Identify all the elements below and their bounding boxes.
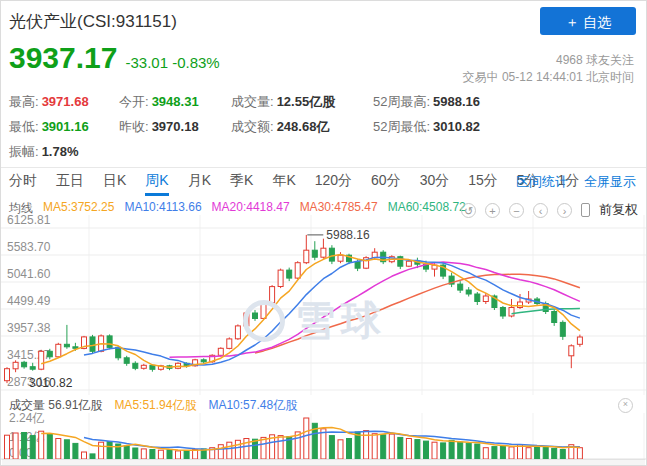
- stat-amplitude: 振幅:1.78%: [9, 143, 119, 161]
- session-time: 交易中 05-12 14:44:01 北京时间: [463, 69, 634, 86]
- stat-week52-low: 52周最低:3010.82: [373, 118, 480, 136]
- current-price: 3937.17: [9, 41, 117, 74]
- close-volume-icon[interactable]: ×: [618, 398, 633, 413]
- stat-high: 最高:3971.68: [9, 93, 119, 111]
- stat-low: 最低:3901.16: [9, 118, 119, 136]
- volume-legend: 成交量 56.91亿股 MA5:51.94亿股 MA10:57.48亿股: [9, 397, 297, 414]
- volume-ma5: MA5:51.94亿股: [114, 397, 196, 414]
- svg-text:5583.70: 5583.70: [7, 240, 51, 254]
- svg-text:3010.82: 3010.82: [29, 376, 73, 390]
- stat-week52-high: 52周最高:5988.16: [373, 93, 480, 111]
- candlestick-chart[interactable]: 6125.815583.705041.604499.493957.383415.…: [1, 215, 647, 395]
- followers-count: 4968 球友关注: [463, 52, 634, 69]
- tab-60min[interactable]: 60分: [371, 168, 401, 196]
- svg-text:5041.60: 5041.60: [7, 267, 51, 281]
- tab-daily-k[interactable]: 日K: [103, 168, 126, 196]
- footer-strip: [2, 459, 645, 466]
- add-watchlist-button[interactable]: ＋ 自选: [540, 7, 636, 35]
- tab-five-day[interactable]: 五日: [56, 168, 84, 196]
- period-tabbar: 分时五日日K周K月K季K年K120分60分30分15分5分1分 区间统计全屏显示: [1, 167, 647, 196]
- stat-prev-close: 昨收:3970.18: [119, 118, 231, 136]
- tab-120min[interactable]: 120分: [315, 168, 352, 196]
- stat-turnover: 成交额:248.68亿: [231, 118, 373, 136]
- tab-quarterly-k[interactable]: 季K: [230, 168, 253, 196]
- page-title: 光伏产业(CSI:931151): [9, 10, 177, 33]
- tab-minute[interactable]: 分时: [9, 168, 37, 196]
- stock-page: { "header": { "title": "光伏产业(CSI:931151)…: [0, 0, 647, 466]
- tab-30min[interactable]: 30分: [420, 168, 450, 196]
- quote-stats: 最高:3971.68最低:3901.16振幅:1.78%今开:3948.31昨收…: [9, 93, 480, 168]
- stat-open: 今开:3948.31: [119, 93, 231, 111]
- tab-monthly-k[interactable]: 月K: [188, 168, 211, 196]
- svg-text:5988.16: 5988.16: [326, 228, 370, 242]
- svg-text:3957.38: 3957.38: [7, 321, 51, 335]
- interval-stats-link[interactable]: 区间统计: [516, 173, 568, 191]
- stat-volume: 成交量:12.55亿股: [231, 93, 373, 111]
- tab-yearly-k[interactable]: 年K: [272, 168, 295, 196]
- fullscreen-link[interactable]: 全屏显示: [584, 173, 636, 191]
- svg-text:4499.49: 4499.49: [7, 294, 51, 308]
- svg-text:6125.81: 6125.81: [7, 215, 51, 227]
- price-change: -33.01 -0.83%: [125, 54, 219, 71]
- tab-weekly-k[interactable]: 周K: [145, 168, 168, 196]
- volume-ma10: MA10:57.48亿股: [208, 397, 297, 414]
- tab-15min[interactable]: 15分: [468, 168, 498, 196]
